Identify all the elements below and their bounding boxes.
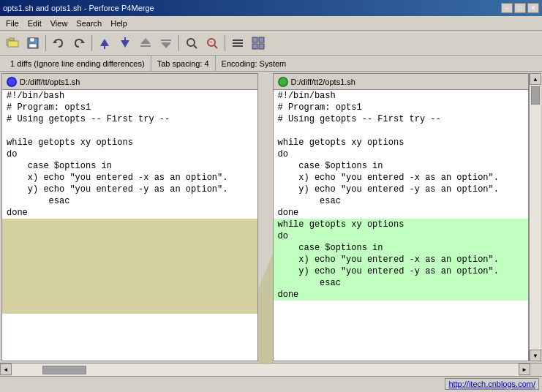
code-line-added: x) echo "you entered -x as an option". [274, 254, 529, 265]
diff-connector [258, 73, 273, 361]
export-button[interactable] [249, 34, 268, 53]
code-line: x) echo "you entered -x as an option". [274, 172, 529, 184]
code-line [274, 125, 529, 137]
scroll-right-arrow[interactable]: ► [519, 363, 530, 375]
left-pane-path: D:/diff/tt/opts1.sh [20, 78, 80, 86]
code-line: y) echo "you entered -y as an option". [2, 184, 257, 195]
h-scroll-thumb[interactable] [42, 366, 86, 374]
right-pane-path: D:/diff/tt2/opts1.sh [291, 78, 355, 86]
code-line [2, 125, 257, 137]
svg-text:*: * [209, 39, 213, 46]
scroll-up-arrow[interactable]: ▲ [530, 73, 541, 85]
code-line: # Using getopts -- First try -- [2, 113, 257, 125]
svg-line-17 [194, 45, 197, 48]
code-line: do [274, 148, 529, 160]
code-line: done [274, 207, 529, 219]
code-line: # Program: opts1 [2, 102, 257, 113]
left-pane-header: D:/diff/tt/opts1.sh [2, 74, 257, 90]
first-diff-button[interactable] [136, 34, 155, 53]
right-pane-content[interactable]: #!/bin/bash # Program: opts1 # Using get… [274, 90, 529, 361]
minimize-button[interactable]: – [501, 3, 513, 13]
maximize-button[interactable]: □ [514, 3, 526, 13]
svg-marker-8 [100, 39, 109, 46]
svg-point-16 [187, 39, 195, 46]
left-pane-content[interactable]: #!/bin/bash # Program: opts1 # Using get… [2, 90, 257, 361]
code-line: esac [274, 195, 529, 207]
h-scroll-track[interactable] [12, 363, 519, 376]
code-line-added: case $options in [274, 242, 529, 254]
last-diff-button[interactable] [157, 34, 176, 53]
menu-edit[interactable]: Edit [23, 18, 46, 29]
connector-svg [258, 73, 273, 364]
left-pane-icon [7, 77, 17, 87]
code-line: case $options in [2, 160, 257, 172]
info-bar: 1 diffs (Ignore line ending differences)… [0, 56, 542, 72]
list-button[interactable] [228, 34, 247, 53]
tab-info: Tab spacing: 4 [151, 56, 216, 71]
menu-view[interactable]: View [46, 18, 72, 29]
undo-button[interactable] [49, 34, 68, 53]
scroll-thumb[interactable] [531, 86, 540, 105]
toolbar-separator-1 [45, 35, 46, 51]
svg-rect-4 [30, 38, 34, 42]
svg-rect-27 [259, 44, 264, 49]
prev-diff-button[interactable] [95, 34, 114, 53]
right-diff-pane: D:/diff/tt2/opts1.sh #!/bin/bash # Progr… [273, 73, 530, 361]
code-line: done [2, 207, 257, 219]
code-line: #!/bin/bash [274, 90, 529, 102]
scroll-track[interactable] [530, 85, 541, 350]
code-line-empty [2, 219, 257, 314]
toolbar-separator-3 [178, 35, 179, 51]
code-line: while getopts xy options [274, 137, 529, 148]
status-link[interactable]: http://itech.cnblogs.com/ [445, 378, 539, 390]
svg-marker-14 [161, 42, 171, 48]
code-line: esac [2, 195, 257, 207]
menu-bar: File Edit View Search Help [0, 16, 542, 31]
svg-rect-24 [252, 37, 257, 42]
code-line: y) echo "you entered -y as an option". [274, 184, 529, 195]
svg-rect-2 [8, 41, 18, 47]
vertical-scrollbar[interactable]: ▲ ▼ [529, 73, 541, 361]
redo-button[interactable] [69, 34, 89, 53]
svg-rect-1 [10, 38, 14, 40]
svg-rect-22 [233, 42, 243, 44]
save-button[interactable] [23, 34, 42, 53]
svg-rect-26 [252, 44, 257, 49]
scroll-corner [530, 363, 542, 376]
code-line: # Program: opts1 [274, 102, 529, 113]
window-title: opts1.sh and opts1.sh - Perforce P4Merge [3, 4, 154, 12]
code-line-added: done [274, 289, 529, 301]
search-button[interactable] [182, 34, 201, 53]
svg-rect-13 [140, 45, 151, 47]
svg-rect-23 [233, 45, 243, 47]
title-bar-buttons: – □ ✕ [501, 3, 539, 13]
search2-button[interactable]: * [203, 34, 222, 53]
scroll-down-arrow[interactable]: ▼ [530, 350, 541, 361]
bottom-scroll-area: ◄ ► [0, 363, 542, 376]
next-diff-button[interactable] [116, 34, 135, 53]
menu-help[interactable]: Help [106, 18, 132, 29]
right-pane-icon [278, 77, 288, 87]
code-line-added: while getopts xy options [274, 219, 529, 230]
toolbar-separator-2 [91, 35, 92, 51]
right-pane-header: D:/diff/tt2/opts1.sh [274, 74, 529, 90]
svg-rect-5 [29, 44, 37, 48]
code-line: while getopts xy options [2, 137, 257, 148]
code-line-added: do [274, 230, 529, 242]
code-line: case $options in [274, 160, 529, 172]
code-line-added: esac [274, 277, 529, 289]
code-line-added: y) echo "you entered -y as an option". [274, 265, 529, 277]
menu-file[interactable]: File [1, 18, 23, 29]
close-button[interactable]: ✕ [527, 3, 539, 13]
menu-search[interactable]: Search [72, 18, 106, 29]
svg-rect-25 [259, 37, 264, 42]
open-button[interactable] [3, 34, 22, 53]
scroll-left-arrow[interactable]: ◄ [0, 363, 12, 375]
toolbar: * [0, 31, 542, 56]
title-bar: opts1.sh and opts1.sh - Perforce P4Merge… [0, 0, 542, 16]
encoding-info: Encoding: System [216, 56, 293, 71]
svg-rect-21 [233, 39, 243, 41]
code-line: do [2, 148, 257, 160]
diffs-info: 1 diffs (Ignore line ending differences) [4, 56, 151, 71]
svg-rect-15 [161, 39, 171, 41]
